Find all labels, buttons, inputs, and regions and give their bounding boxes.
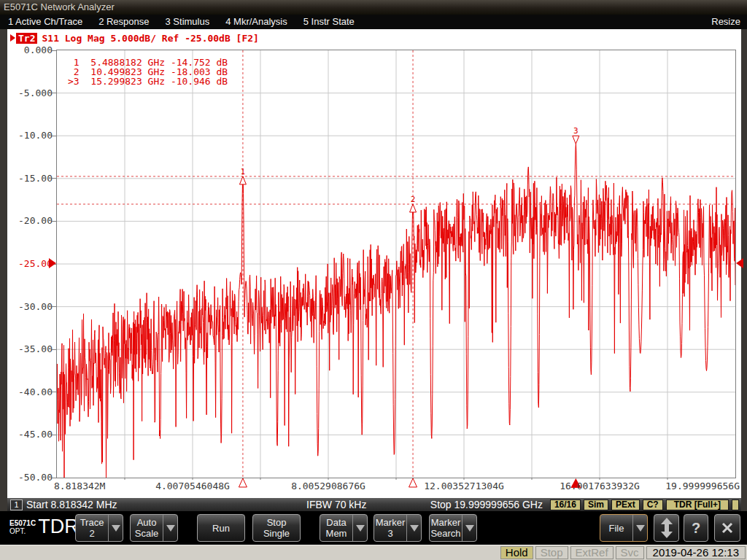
datetime-display: 2019-04-26 12:13 xyxy=(646,546,746,559)
marker-button-line: Marker xyxy=(376,517,405,528)
stop-single-button[interactable]: StopSingle xyxy=(252,514,301,542)
logo-app-name: TDR xyxy=(38,517,79,537)
marker-2-number: 2 xyxy=(411,195,416,204)
marker-1-triangle-icon[interactable] xyxy=(239,176,246,184)
marker-button-line: 3 xyxy=(387,528,392,539)
marker-3-number: 3 xyxy=(573,126,578,136)
trace-label-chip[interactable]: Tr2 xyxy=(16,33,37,44)
file-button[interactable]: File xyxy=(600,514,648,542)
marker-search-button-line: Marker xyxy=(431,517,460,528)
data-mem-button-line: Mem xyxy=(326,528,347,539)
menu-item-resize[interactable]: Resize xyxy=(703,15,747,29)
system-status-svc: Svc xyxy=(616,546,644,559)
system-status-hold: Hold xyxy=(500,546,533,559)
marker-search-button-line: Search xyxy=(430,528,460,539)
run-button[interactable]: Run xyxy=(197,514,245,542)
data-mem-dropdown-arrow-icon xyxy=(352,515,367,541)
y-axis-label: -15.00 xyxy=(7,174,53,184)
plot-area: 123 xyxy=(56,50,736,478)
stop-single-button-label: StopSingle xyxy=(253,515,300,541)
system-status-extref: ExtRef xyxy=(570,546,614,559)
axis-marker-1-triangle-icon[interactable] xyxy=(239,478,247,487)
status-strip-right: Stop 19.999999656 GHz 16/16SimPExtC?TDR … xyxy=(430,499,739,510)
help-button[interactable]: ? xyxy=(684,514,708,542)
trace-dropdown-arrow-icon xyxy=(108,515,123,541)
auto-scale-button-line: Auto xyxy=(137,517,157,528)
window-title: E5071C Network Analyzer xyxy=(4,1,115,12)
auto-scale-button[interactable]: AutoScale xyxy=(130,514,178,542)
marker-search-dropdown-arrow-icon xyxy=(462,515,476,541)
marker-1-number: 1 xyxy=(241,167,246,176)
active-trace-arrow-icon xyxy=(10,34,15,42)
trace-marker-1[interactable]: 1 xyxy=(239,167,246,184)
marker-search-button[interactable]: MarkerSearch xyxy=(429,514,477,542)
close-icon xyxy=(721,521,734,534)
data-mem-button[interactable]: DataMem xyxy=(320,514,368,542)
trace-header: Tr2 S11 Log Mag 5.000dB/ Ref -25.00dB [F… xyxy=(10,32,259,44)
trace-button-line: 2 xyxy=(89,528,94,539)
x-axis-label: 8.818342M xyxy=(54,481,105,491)
softkey-toolbar: E5071C OPT. TDR Trace2AutoScaleRunStopSi… xyxy=(0,511,747,545)
status-badge-tdr-full-: TDR [Full+] xyxy=(666,499,729,510)
y-axis-label: -50.00 xyxy=(7,472,53,483)
system-status-stop: Stop xyxy=(535,546,568,559)
updown-button[interactable] xyxy=(654,514,679,542)
menu-item-5-instr-state[interactable]: 5 Instr State xyxy=(295,15,363,29)
ref-level-indicator-left[interactable] xyxy=(49,258,56,268)
file-dropdown-arrow-icon xyxy=(632,515,647,541)
marker-button-label: Marker3 xyxy=(374,515,406,541)
status-badge-sim: Sim xyxy=(584,499,608,510)
y-axis-label: -20.00 xyxy=(7,216,53,226)
close-button[interactable] xyxy=(714,514,740,542)
stop-frequency-text: Stop 19.999999656 GHz xyxy=(430,499,543,510)
trace-button[interactable]: Trace2 xyxy=(75,514,123,542)
app-logo: E5071C OPT. TDR xyxy=(9,517,79,537)
marker-button[interactable]: Marker3 xyxy=(374,514,422,542)
y-axis-label: -25.00 xyxy=(7,259,53,269)
status-badge-blank xyxy=(732,499,739,510)
display-area: Tr2 S11 Log Mag 5.000dB/ Ref -25.00dB [F… xyxy=(7,29,741,498)
trace-format-text: S11 Log Mag 5.000dB/ Ref -25.00dB [F2] xyxy=(42,33,258,44)
menu-item-4-mkr-analysis[interactable]: 4 Mkr/Analysis xyxy=(217,15,295,29)
s11-plot-svg: 123 xyxy=(57,50,735,478)
trace-marker-2[interactable]: 2 xyxy=(410,195,417,212)
menu-item-2-response[interactable]: 2 Response xyxy=(90,15,157,29)
window-title-bar: E5071C Network Analyzer xyxy=(0,0,747,15)
stop-single-button-line: Stop xyxy=(267,517,287,528)
menu-bar: 1 Active Ch/Trace2 Response3 Stimulus4 M… xyxy=(0,15,747,29)
file-button-label: File xyxy=(600,515,632,541)
marker-readout-block: 1 5.4888182 GHz -14.752 dB 2 10.499823 G… xyxy=(68,58,228,86)
start-frequency-text: Start 8.818342 MHz xyxy=(26,498,117,511)
menu-item-1-active-ch-trace[interactable]: 1 Active Ch/Trace xyxy=(0,15,90,29)
data-mem-button-label: DataMem xyxy=(320,515,352,541)
trace-button-label: Trace2 xyxy=(76,515,108,541)
auto-scale-button-label: AutoScale xyxy=(131,515,163,541)
logo-model-block: E5071C OPT. xyxy=(9,519,36,535)
y-axis-label: -5.000 xyxy=(7,88,53,98)
ref-level-indicator-right[interactable] xyxy=(736,258,743,268)
instrument-screen: E5071C Network Analyzer 1 Active Ch/Trac… xyxy=(0,0,747,560)
marker-search-button-label: MarkerSearch xyxy=(430,515,462,541)
auto-scale-dropdown-arrow-icon xyxy=(163,515,177,541)
y-axis-label: -45.00 xyxy=(7,429,53,440)
menu-item-3-stimulus[interactable]: 3 Stimulus xyxy=(158,15,218,29)
status-badge-pext: PExt xyxy=(611,499,640,510)
marker-dropdown-arrow-icon xyxy=(406,515,421,541)
y-axis-label: -40.00 xyxy=(7,387,53,397)
x-axis-label: 4.0070546048G xyxy=(155,481,230,491)
marker-3-triangle-icon[interactable] xyxy=(573,136,579,144)
x-axis-label: 8.0052908676G xyxy=(291,481,365,491)
help-icon: ? xyxy=(692,520,700,537)
system-status-bar: HoldStopExtRefSvc2019-04-26 12:13 xyxy=(0,545,747,560)
system-status-cells: HoldStopExtRefSvc2019-04-26 12:13 xyxy=(500,546,746,559)
y-axis-label: 0.000 xyxy=(7,45,53,55)
axis-marker-2-triangle-icon[interactable] xyxy=(409,478,417,487)
y-axis-label: -35.00 xyxy=(7,344,53,354)
x-axis-label: 19.999999656G xyxy=(665,481,740,491)
marker-2-triangle-icon[interactable] xyxy=(410,204,417,212)
x-axis-label: 16.0017633932G xyxy=(560,481,640,491)
trace-marker-3[interactable]: 3 xyxy=(573,126,579,144)
updown-arrow-icon xyxy=(657,516,676,540)
channel-status-strip: 1 Start 8.818342 MHz IFBW 70 kHz Stop 19… xyxy=(7,498,741,511)
auto-scale-button-line: Scale xyxy=(135,528,159,539)
